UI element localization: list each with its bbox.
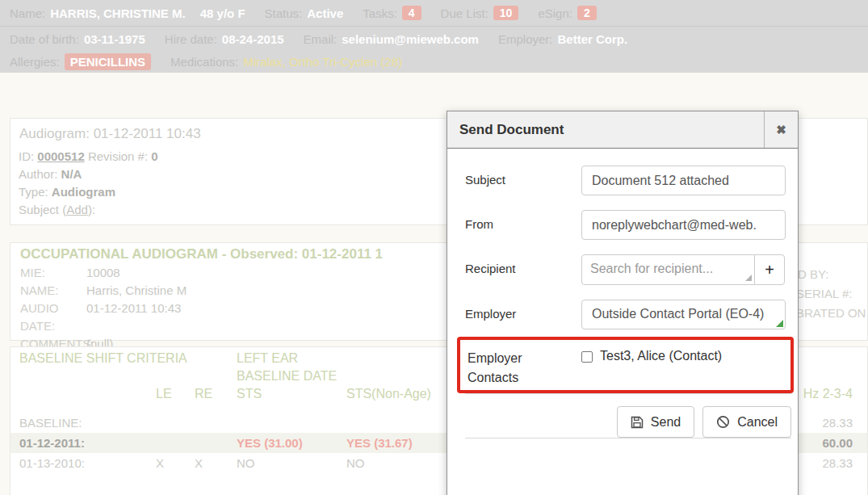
right-fragment-calibrated: BRATED ON	[796, 306, 866, 320]
type-value: Audiogram	[52, 185, 115, 199]
from-field-row: From	[465, 210, 791, 240]
employer-contacts-label-text: Employer Contacts	[468, 349, 544, 388]
footer-divider-bottom	[465, 438, 791, 438]
col-hz: Hz 2-3-4	[803, 385, 867, 403]
hire-date-value: 08-24-2015	[222, 32, 284, 46]
baseline-date-header: BASELINE DATE	[237, 367, 337, 385]
dob-label: Date of birth:	[10, 32, 79, 46]
baseline-section-title: BASELINE SHIFT CRITERIA	[19, 350, 237, 367]
add-recipient-button[interactable]: +	[754, 254, 785, 285]
revision-value: 0	[151, 149, 157, 163]
send-document-modal: Send Document ✖ Subject From Recipient +	[447, 111, 799, 495]
subject-input[interactable]	[581, 166, 786, 195]
status-value: Active	[307, 6, 343, 20]
status-label: Status:	[265, 6, 303, 20]
allergies-label: Allergies:	[10, 55, 60, 69]
subject-field-label: Subject	[465, 166, 581, 195]
right-fragment-tested-by: D BY:	[798, 267, 828, 281]
modal-header: Send Document ✖	[447, 111, 798, 149]
recipient-field-label: Recipient	[465, 254, 581, 285]
employer-contact-option[interactable]: Test3, Alice (Contact)	[581, 347, 722, 390]
cancel-button[interactable]: Cancel	[702, 406, 791, 438]
recipient-search-wrapper	[581, 254, 755, 285]
recipient-search-input[interactable]	[581, 254, 755, 285]
modal-title: Send Document	[459, 122, 564, 138]
recipient-field-row: Recipient +	[465, 254, 791, 285]
employer-selected-option: Outside Contact Portal (EO-4)	[592, 307, 764, 321]
document-id-link[interactable]: 0000512	[37, 149, 84, 163]
cell-hz-value: 60.00	[822, 436, 867, 450]
row-label: 01-13-2010:	[19, 456, 156, 470]
audio-date-label: AUDIO DATE:	[20, 300, 86, 335]
close-button[interactable]: ✖	[764, 111, 798, 148]
mie-value: 10008	[86, 264, 120, 282]
employer-value: Better Corp.	[557, 32, 627, 46]
employer-contacts-label: Employer Contacts	[468, 347, 581, 390]
audio-date-value: 01-12-2011 10:43	[86, 300, 181, 335]
col-le: LE	[156, 385, 195, 403]
due-list-badge[interactable]: 10	[493, 6, 519, 20]
esign-badge[interactable]: 2	[577, 6, 597, 20]
revision-label: Revision #:	[88, 149, 148, 163]
patient-age-sex: 48 y/o F	[200, 6, 245, 20]
cell-hz-value: 28.33	[822, 456, 867, 470]
send-button-label: Send	[651, 415, 681, 430]
plus-icon: +	[765, 261, 774, 279]
employer-field-row: Employer Outside Contact Portal (EO-4)	[465, 300, 791, 329]
employer-contact-option-label: Test3, Alice (Contact)	[600, 349, 722, 363]
medications-links[interactable]: Miralax, Ortho Tri-Cyclen (28)	[243, 55, 402, 69]
patient-header-row1: Name: HARRIS, CHRISTINE M. 48 y/o F Stat…	[0, 0, 868, 27]
col-sts: STS	[237, 385, 346, 403]
right-fragment-serial: SERIAL #:	[796, 287, 852, 300]
patient-name: HARRIS, CHRISTINE M.	[50, 6, 186, 20]
id-label: ID:	[19, 149, 34, 163]
cell-re: X	[195, 456, 237, 470]
patient-header-row2: Date of birth: 03-11-1975 Hire date: 08-…	[0, 27, 868, 51]
email-label: Email:	[304, 32, 338, 46]
employer-contact-checkbox[interactable]	[581, 351, 593, 363]
from-field-label: From	[465, 210, 581, 240]
mie-label: MIE:	[20, 264, 86, 282]
subject-add-link[interactable]: Add	[66, 203, 88, 216]
author-value: N/A	[61, 167, 82, 181]
save-icon	[631, 416, 644, 429]
col-re: RE	[195, 385, 237, 403]
author-label: Author:	[19, 167, 57, 181]
name-label: Name:	[10, 6, 45, 20]
cell-le: X	[156, 456, 195, 470]
patient-header-row3: Allergies: PENICILLINS Medications: Mira…	[0, 51, 868, 72]
cell-sts: NO	[237, 456, 346, 470]
subject-label-suffix: ):	[88, 203, 95, 216]
patient-header: Name: HARRIS, CHRISTINE M. 48 y/o F Stat…	[0, 0, 868, 73]
modal-body: Subject From Recipient + Employer Outsid…	[447, 149, 798, 438]
dob-value: 03-11-1975	[84, 32, 145, 46]
subject-label-prefix: Subject (	[19, 203, 66, 216]
ban-icon	[716, 415, 730, 429]
employer-field-label: Employer	[465, 300, 581, 329]
name-field-label: NAME:	[20, 282, 86, 300]
name-field-value: Harris, Christine M	[86, 282, 187, 300]
tasks-label: Tasks:	[363, 6, 397, 20]
footer-divider-top	[465, 393, 791, 394]
allergy-badge[interactable]: PENICILLINS	[65, 53, 151, 70]
cell-sts: YES (31.00)	[237, 436, 346, 450]
subject-field-row: Subject	[465, 166, 791, 195]
cancel-button-label: Cancel	[737, 415, 778, 430]
due-list-label: Due List:	[441, 6, 489, 20]
tasks-badge[interactable]: 4	[402, 6, 421, 20]
cell-hz-value: 28.33	[822, 416, 867, 430]
employer-label: Employer:	[498, 32, 553, 46]
recipient-input-group: +	[581, 254, 786, 285]
employer-select[interactable]: Outside Contact Portal (EO-4)	[581, 300, 786, 329]
row-label: 01-12-2011:	[19, 436, 156, 450]
employer-contacts-highlight-box: Employer Contacts Test3, Alice (Contact)	[457, 337, 794, 393]
email-value: selenium@mieweb.com	[342, 32, 479, 46]
row-label: BASELINE:	[19, 416, 156, 430]
esign-label: eSign:	[538, 6, 572, 20]
from-input[interactable]	[581, 210, 786, 240]
send-button[interactable]: Send	[617, 406, 694, 438]
ear-title: LEFT EAR	[237, 350, 298, 367]
type-label: Type:	[19, 185, 48, 199]
medications-label: Medications:	[170, 55, 238, 69]
modal-footer-buttons: Send Cancel	[465, 406, 791, 438]
